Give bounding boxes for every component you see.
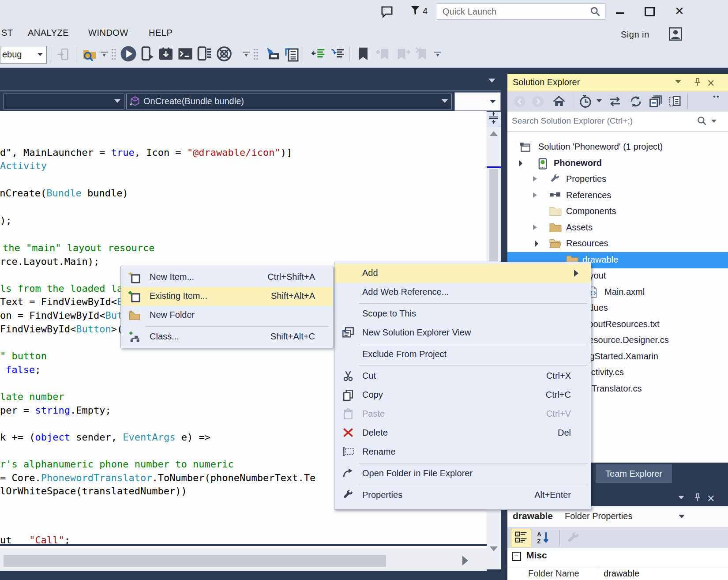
editor-splitter-handle[interactable] (487, 112, 501, 127)
code-line[interactable]: rce.Layout.Main); (0, 256, 99, 267)
user-icon[interactable] (668, 27, 683, 41)
forward-icon[interactable] (532, 95, 544, 108)
properties-category-misc[interactable]: − Misc (507, 548, 728, 566)
toolbar-grip[interactable] (253, 48, 258, 60)
window-position-chevron-icon[interactable] (675, 80, 681, 83)
minimize-button[interactable] (611, 4, 629, 18)
solution-search-icon[interactable] (82, 46, 98, 61)
tree-item-components[interactable]: Components (507, 203, 728, 220)
toolbar-overflow-icon[interactable]: •• (713, 92, 720, 101)
code-line[interactable]: false; (6, 364, 41, 375)
scroll-right-icon[interactable] (462, 556, 468, 565)
debug-configuration-combo[interactable]: ebug (0, 46, 47, 64)
close-icon[interactable]: ✕ (707, 78, 715, 89)
code-line[interactable]: r's alphanumeric phone number to numeric (0, 459, 234, 470)
show-all-files-icon[interactable] (668, 95, 682, 108)
code-line[interactable]: ut "Call"; (0, 535, 70, 544)
menu-item-cut[interactable]: CutCtrl+X (334, 367, 591, 386)
clear-bookmarks-icon[interactable] (415, 46, 430, 61)
window-position-chevron-icon[interactable] (678, 496, 684, 499)
tree-item-solution-phoneword-1-project-[interactable]: Solution 'Phoneword' (1 project) (507, 139, 728, 155)
nav-type-combo[interactable] (4, 94, 124, 109)
menu-item-new-item-[interactable]: New Item...Ctrl+Shift+A (121, 268, 333, 287)
menu-window[interactable]: WINDOW (88, 28, 128, 38)
refresh-icon[interactable] (629, 95, 642, 108)
indent-increase-icon[interactable] (330, 47, 346, 61)
filter-icon[interactable] (409, 4, 423, 18)
deploy-device-icon[interactable] (139, 46, 155, 62)
menu-item-copy[interactable]: CopyCtrl+C (334, 386, 591, 405)
quick-launch-input[interactable]: Quick Launch (437, 3, 605, 20)
code-line[interactable]: d", MainLauncher = true, Icon = "@drawab… (0, 147, 292, 158)
nav-project-combo[interactable] (454, 92, 501, 111)
nav-member-combo[interactable]: OnCreate(Bundle bundle) (126, 94, 452, 109)
code-line[interactable]: per = string.Empty; (0, 405, 111, 416)
sync-icon[interactable] (608, 95, 622, 108)
pending-filter-icon[interactable] (579, 95, 592, 108)
editor-horizontal-scrollbar[interactable] (0, 546, 487, 572)
code-line[interactable]: k += (object sender, EventArgs e) => (0, 432, 210, 443)
menu-item-existing-item-[interactable]: Existing Item...Shift+Alt+A (121, 287, 333, 306)
code-line[interactable]: ); (0, 215, 12, 226)
sign-in-link[interactable]: Sign in (621, 30, 649, 40)
scroll-down-icon[interactable] (490, 546, 498, 551)
next-bookmark-icon[interactable] (395, 46, 410, 61)
menu-item-add[interactable]: Add (334, 264, 591, 283)
code-line[interactable]: Activity (0, 160, 47, 171)
toolbar-overflow-icon[interactable]: ▾ (243, 52, 250, 58)
back-icon[interactable] (514, 95, 526, 108)
maximize-button[interactable] (641, 4, 658, 18)
android-install-icon[interactable] (158, 46, 174, 62)
menu-item-new-folder[interactable]: New Folder (121, 306, 333, 325)
pin-icon[interactable] (693, 77, 702, 87)
property-pages-icon[interactable] (564, 529, 583, 546)
expander-collapsed-icon[interactable] (533, 192, 537, 198)
chevron-down-icon[interactable] (597, 99, 602, 102)
tree-item-phoneword[interactable]: Phoneword (507, 155, 728, 172)
expander-collapsed-icon[interactable] (533, 176, 537, 181)
toolbar-overflow-icon[interactable]: ▾ (101, 52, 108, 58)
collapse-category-icon[interactable]: − (512, 552, 521, 561)
code-line[interactable]: = Core.PhonewordTranslator.ToNumber(phon… (0, 472, 315, 483)
attach-icon[interactable] (56, 47, 71, 61)
menu-item-new-solution-explorer-view[interactable]: New Solution Explorer View (334, 324, 591, 343)
tree-item-assets[interactable]: Assets (507, 220, 728, 236)
vertical-scroll-thumb[interactable] (489, 169, 498, 261)
code-line[interactable]: late number (0, 391, 64, 402)
categorized-icon[interactable] (511, 529, 531, 547)
toolbar-overflow-icon[interactable]: ▾ (434, 52, 441, 58)
menu-item-rename[interactable]: Rename (334, 443, 591, 462)
toolbar-grip[interactable] (111, 48, 116, 60)
menu-item-properties[interactable]: PropertiesAlt+Enter (334, 486, 591, 505)
code-line[interactable]: the "main" layout resource (3, 242, 154, 253)
pin-icon[interactable] (693, 492, 702, 503)
expander-collapsed-icon[interactable] (533, 225, 537, 230)
home-icon[interactable] (552, 95, 566, 108)
device-log-icon[interactable] (196, 46, 212, 62)
solution-explorer-titlebar[interactable]: Solution Explorer ✕ (507, 74, 728, 91)
solution-explorer-search[interactable]: Search Solution Explorer (Ctrl+;) (507, 112, 728, 132)
feedback-icon[interactable] (380, 5, 394, 19)
document-outline-icon[interactable] (283, 46, 299, 62)
close-icon[interactable]: ✕ (707, 493, 715, 505)
scroll-up-icon[interactable] (490, 131, 498, 136)
code-line[interactable]: " button (0, 350, 47, 362)
horizontal-scroll-thumb[interactable] (4, 555, 386, 567)
menu-item-paste[interactable]: PasteCtrl+V (334, 405, 591, 424)
menu-analyze[interactable]: ANALYZE (28, 28, 69, 38)
code-line[interactable]: FindViewById<Button>( (0, 324, 123, 335)
menu-item-delete[interactable]: DeleteDel (334, 424, 591, 443)
previous-bookmark-icon[interactable] (376, 46, 391, 61)
search-icon[interactable] (696, 115, 708, 127)
tab-team-explorer[interactable]: Team Explorer (596, 464, 672, 483)
properties-grid-row[interactable]: Folder Name drawable (507, 566, 728, 580)
expander-expanded-icon[interactable] (516, 160, 522, 166)
chevron-down-icon[interactable] (711, 120, 717, 123)
menu-item-class-[interactable]: Class...Shift+Alt+C (121, 328, 333, 346)
menu-item-exclude-from-project[interactable]: Exclude From Project (334, 345, 591, 364)
toggle-bookmark-icon[interactable] (356, 46, 371, 61)
property-value[interactable]: drawable (604, 569, 639, 579)
search-icon[interactable] (589, 6, 601, 17)
menu-item-open-folder-in-file-explorer[interactable]: Open Folder in File Explorer (334, 464, 591, 483)
code-line[interactable]: OnCreate(Bundle bundle) (0, 188, 128, 199)
